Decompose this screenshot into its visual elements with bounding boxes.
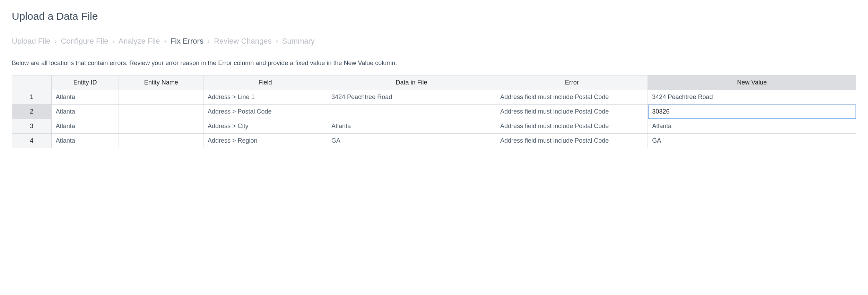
chevron-right-icon: › <box>274 38 280 45</box>
col-header-rownum <box>12 75 52 90</box>
chevron-right-icon: › <box>52 38 59 45</box>
cell-field: Address > City <box>203 119 327 134</box>
col-header-entity-name: Entity Name <box>119 75 203 90</box>
table-row: 1 Atlanta Address > Line 1 3424 Peachtre… <box>12 90 856 105</box>
breadcrumb-step-analyze-file[interactable]: Analyze File <box>119 37 160 45</box>
col-header-data: Data in File <box>327 75 496 90</box>
col-header-entity-id: Entity ID <box>51 75 119 90</box>
cell-data: Atlanta <box>327 119 496 134</box>
breadcrumb-step-configure-file[interactable]: Configure File <box>61 37 108 45</box>
breadcrumb-step-fix-errors[interactable]: Fix Errors <box>171 37 203 45</box>
table-row: 4 Atlanta Address > Region GA Address fi… <box>12 134 856 148</box>
cell-field: Address > Line 1 <box>203 90 327 105</box>
breadcrumb: Upload File › Configure File › Analyze F… <box>12 37 856 46</box>
cell-data: GA <box>327 134 496 148</box>
col-header-field: Field <box>203 75 327 90</box>
breadcrumb-step-review-changes[interactable]: Review Changes <box>214 37 271 45</box>
chevron-right-icon: › <box>111 38 117 45</box>
page-title: Upload a Data File <box>12 10 856 22</box>
cell-rownum: 1 <box>12 90 52 105</box>
cell-data <box>327 105 496 119</box>
instructions-text: Below are all locations that contain err… <box>12 60 856 67</box>
breadcrumb-step-upload-file[interactable]: Upload File <box>12 37 50 45</box>
cell-entity-id: Atlanta <box>51 105 119 119</box>
cell-error: Address field must include Postal Code <box>496 90 648 105</box>
cell-entity-name <box>119 119 203 134</box>
cell-entity-id: Atlanta <box>51 119 119 134</box>
cell-rownum: 3 <box>12 119 52 134</box>
cell-field: Address > Region <box>203 134 327 148</box>
cell-rownum: 4 <box>12 134 52 148</box>
chevron-right-icon: › <box>206 38 212 45</box>
cell-new-value[interactable]: Atlanta <box>648 119 856 134</box>
cell-entity-name <box>119 134 203 148</box>
cell-entity-name <box>119 105 203 119</box>
cell-rownum: 2 <box>12 105 52 119</box>
errors-table: Entity ID Entity Name Field Data in File… <box>12 75 856 148</box>
cell-new-value[interactable]: GA <box>648 134 856 148</box>
col-header-error: Error <box>496 75 648 90</box>
cell-error: Address field must include Postal Code <box>496 134 648 148</box>
cell-error: Address field must include Postal Code <box>496 119 648 134</box>
cell-entity-id: Atlanta <box>51 90 119 105</box>
cell-data: 3424 Peachtree Road <box>327 90 496 105</box>
table-row: 3 Atlanta Address > City Atlanta Address… <box>12 119 856 134</box>
cell-entity-name <box>119 90 203 105</box>
table-header-row: Entity ID Entity Name Field Data in File… <box>12 75 856 90</box>
col-header-new-value: New Value <box>648 75 856 90</box>
chevron-right-icon: › <box>162 38 168 45</box>
cell-error: Address field must include Postal Code <box>496 105 648 119</box>
table-row: 2 Atlanta Address > Postal Code Address … <box>12 105 856 119</box>
cell-field: Address > Postal Code <box>203 105 327 119</box>
cell-new-value[interactable]: 3424 Peachtree Road <box>648 90 856 105</box>
cell-entity-id: Atlanta <box>51 134 119 148</box>
breadcrumb-step-summary[interactable]: Summary <box>282 37 315 45</box>
cell-new-value[interactable]: 30326 <box>648 105 856 119</box>
